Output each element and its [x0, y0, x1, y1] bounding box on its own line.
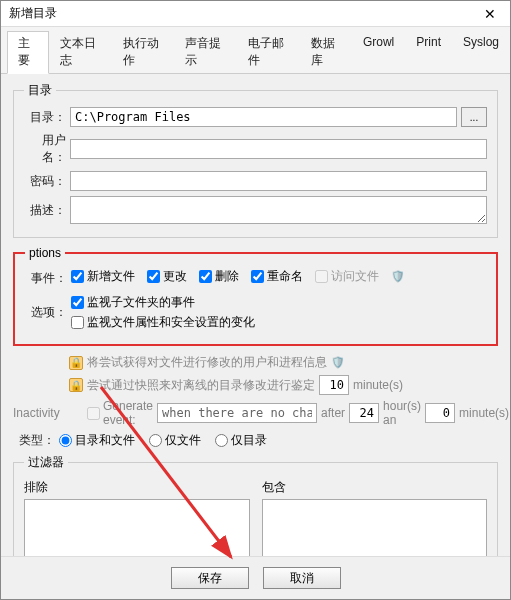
directory-group: 目录 目录： ... 用户名： 密码： 描述： [13, 82, 498, 238]
opts-label: 选项： [25, 304, 67, 321]
check-rename[interactable]: 重命名 [251, 268, 303, 285]
events-label: 事件： [25, 270, 67, 287]
inactivity-mins-input[interactable] [425, 403, 455, 423]
close-icon[interactable]: ✕ [478, 6, 502, 22]
inactivity-label: Inactivity [13, 406, 83, 420]
desc-label: 描述： [24, 202, 66, 219]
titlebar: 新增目录 ✕ [1, 1, 510, 27]
minutes-label: minute(s) [353, 378, 403, 392]
lock-icon: 🔒 [69, 356, 83, 370]
window-title: 新增目录 [9, 5, 57, 22]
tab-database[interactable]: 数据库 [300, 31, 352, 73]
check-new-file[interactable]: 新增文件 [71, 268, 135, 285]
tab-actions[interactable]: 执行动作 [112, 31, 175, 73]
after-label: after [321, 406, 345, 420]
shield-icon: 🛡️ [331, 356, 345, 370]
inactivity-hours-input[interactable] [349, 403, 379, 423]
tab-print[interactable]: Print [405, 31, 452, 73]
mins-label: minute(s) [459, 406, 509, 420]
include-list[interactable] [262, 499, 488, 556]
dir-label: 目录： [24, 109, 66, 126]
inactivity-event-input[interactable] [157, 403, 317, 423]
tab-email[interactable]: 电子邮件 [237, 31, 300, 73]
tab-growl[interactable]: Growl [352, 31, 405, 73]
radio-dirs[interactable]: 仅目录 [215, 432, 267, 449]
tab-bar: 主要 文本日志 执行动作 声音提示 电子邮件 数据库 Growl Print S… [1, 27, 510, 74]
tab-main[interactable]: 主要 [7, 31, 49, 74]
check-delete[interactable]: 删除 [199, 268, 239, 285]
shield-icon: 🛡️ [391, 270, 405, 284]
browse-button[interactable]: ... [461, 107, 487, 127]
pass-label: 密码： [24, 173, 66, 190]
type-label: 类型： [13, 432, 55, 449]
description-input[interactable] [70, 196, 487, 224]
check-change[interactable]: 更改 [147, 268, 187, 285]
hours-label: hour(s) an [383, 399, 421, 427]
try-snapshot-text: 尝试通过快照来对离线的目录修改进行鉴定 [87, 377, 315, 394]
tab-syslog[interactable]: Syslog [452, 31, 510, 73]
radio-files[interactable]: 仅文件 [149, 432, 201, 449]
username-input[interactable] [70, 139, 487, 159]
cancel-button[interactable]: 取消 [263, 567, 341, 589]
include-label: 包含 [262, 479, 488, 496]
snapshot-minutes-input[interactable] [319, 375, 349, 395]
check-watch-subfolders[interactable]: 监视子文件夹的事件 [71, 294, 486, 311]
filter-group: 过滤器 排除 包含 [13, 454, 498, 556]
try-user-text: 将尝试获得对文件进行修改的用户和进程信息 [87, 354, 327, 371]
check-generate-event[interactable]: Generate event: [87, 399, 153, 427]
tab-sound[interactable]: 声音提示 [174, 31, 237, 73]
exclude-list[interactable] [24, 499, 250, 556]
check-watch-attributes[interactable]: 监视文件属性和安全设置的变化 [71, 314, 486, 331]
user-label: 用户名： [24, 132, 66, 166]
filter-legend: 过滤器 [24, 454, 68, 471]
dir-input[interactable] [70, 107, 457, 127]
button-bar: 保存 取消 [1, 556, 510, 599]
check-access: 访问文件 [315, 268, 379, 285]
options-group: ptions 事件： 新增文件 更改 删除 重命名 访问文件 🛡️ 选项： 监视… [13, 246, 498, 346]
radio-both[interactable]: 目录和文件 [59, 432, 135, 449]
content: 目录 目录： ... 用户名： 密码： 描述： ptions 事件： [1, 74, 510, 556]
directory-legend: 目录 [24, 82, 56, 99]
exclude-label: 排除 [24, 479, 250, 496]
tab-textlog[interactable]: 文本日志 [49, 31, 112, 73]
window: 新增目录 ✕ 主要 文本日志 执行动作 声音提示 电子邮件 数据库 Growl … [0, 0, 511, 600]
save-button[interactable]: 保存 [171, 567, 249, 589]
lock-icon: 🔒 [69, 378, 83, 392]
password-input[interactable] [70, 171, 487, 191]
options-legend: ptions [25, 246, 65, 260]
